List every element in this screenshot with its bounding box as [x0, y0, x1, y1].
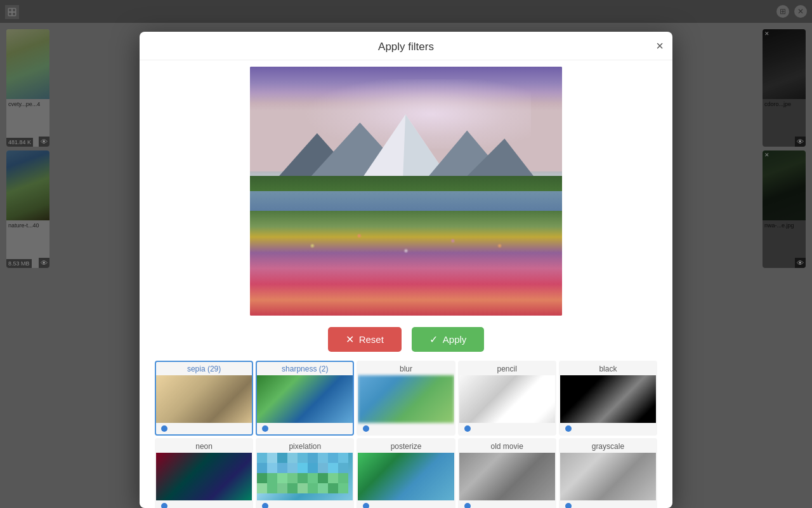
svg-rect-31: [277, 473, 287, 483]
svg-rect-44: [318, 483, 328, 493]
modal-close-button[interactable]: ×: [656, 39, 664, 52]
apply-filters-modal: Apply filters ×: [140, 32, 672, 508]
svg-rect-21: [267, 463, 277, 473]
svg-rect-45: [328, 483, 338, 493]
svg-rect-40: [277, 483, 287, 493]
svg-rect-30: [267, 473, 277, 483]
filter-oldmovie-thumb: [459, 453, 555, 500]
svg-rect-43: [308, 483, 318, 493]
svg-rect-22: [277, 463, 287, 473]
filter-posterize-thumb: [358, 453, 454, 500]
filter-grid: sepia (29) sharpness (2) blur: [152, 361, 660, 508]
filter-pixelation[interactable]: pixelation: [256, 438, 354, 508]
filter-pixelation-label: pixelation: [257, 439, 353, 453]
filter-sepia[interactable]: sepia (29): [155, 361, 253, 436]
svg-rect-39: [267, 483, 277, 493]
svg-rect-13: [277, 453, 287, 463]
svg-rect-15: [298, 453, 308, 463]
filter-sepia-thumb: [156, 375, 252, 423]
svg-rect-27: [328, 463, 338, 473]
filter-posterize-dot: [358, 500, 454, 508]
reset-icon: ✕: [346, 333, 354, 345]
filter-sharpness-thumb: [257, 375, 353, 423]
filter-oldmovie-dot: [459, 500, 555, 508]
filter-sharpness-label: sharpness (2): [257, 362, 353, 375]
reset-button[interactable]: ✕ Reset: [328, 327, 402, 352]
modal-overlay: Apply filters ×: [0, 0, 812, 508]
filter-neon-label: neon: [156, 439, 252, 453]
svg-rect-28: [338, 463, 348, 473]
filter-sharpness[interactable]: sharpness (2): [256, 361, 354, 436]
filter-black[interactable]: black: [559, 361, 657, 436]
filter-pencil-dot: [459, 423, 555, 434]
svg-rect-35: [318, 473, 328, 483]
svg-rect-29: [257, 473, 267, 483]
filter-black-dot: [560, 423, 656, 434]
modal-header: Apply filters ×: [140, 32, 672, 60]
filter-grayscale-label: grayscale: [560, 439, 656, 453]
filter-pencil-label: pencil: [459, 362, 555, 375]
filter-pencil-thumb: [459, 375, 555, 423]
filter-posterize-label: posterize: [358, 439, 454, 453]
svg-rect-14: [287, 453, 298, 463]
filter-old-movie[interactable]: old movie: [458, 438, 556, 508]
svg-rect-34: [308, 473, 318, 483]
svg-rect-18: [328, 453, 338, 463]
svg-rect-17: [318, 453, 328, 463]
svg-rect-16: [308, 453, 318, 463]
apply-button[interactable]: ✓ Apply: [412, 327, 485, 352]
filter-sepia-label: sepia (29): [156, 362, 252, 375]
filter-sepia-dot: [156, 423, 252, 434]
filter-neon[interactable]: neon: [155, 438, 253, 508]
svg-rect-19: [338, 453, 348, 463]
filter-blur[interactable]: blur: [357, 361, 455, 436]
filter-pencil[interactable]: pencil: [458, 361, 556, 436]
svg-rect-42: [298, 483, 308, 493]
filter-blur-label: blur: [358, 362, 454, 375]
svg-rect-41: [287, 483, 298, 493]
filter-pixelation-thumb: [257, 453, 353, 500]
svg-rect-38: [257, 483, 267, 493]
svg-rect-26: [318, 463, 328, 473]
filter-black-label: black: [560, 362, 656, 375]
filter-oldmovie-label: old movie: [459, 439, 555, 453]
filter-grayscale[interactable]: grayscale: [559, 438, 657, 508]
svg-rect-46: [338, 483, 348, 493]
svg-rect-32: [287, 473, 298, 483]
svg-rect-36: [328, 473, 338, 483]
filter-blur-dot: [358, 423, 454, 434]
filter-grayscale-dot: [560, 500, 656, 508]
preview-area: [152, 67, 660, 316]
svg-rect-24: [298, 463, 308, 473]
apply-label: Apply: [443, 334, 467, 345]
svg-rect-11: [257, 453, 267, 463]
svg-rect-33: [298, 473, 308, 483]
filter-blur-thumb: [358, 375, 454, 423]
preview-image: [250, 67, 562, 316]
svg-rect-23: [287, 463, 298, 473]
svg-rect-37: [338, 473, 348, 483]
svg-rect-25: [308, 463, 318, 473]
apply-icon: ✓: [429, 333, 438, 345]
filter-pixelation-dot: [257, 500, 353, 508]
reset-label: Reset: [359, 334, 384, 345]
filter-posterize[interactable]: posterize: [357, 438, 455, 508]
svg-rect-12: [267, 453, 277, 463]
filter-black-thumb: [560, 375, 656, 423]
filter-sharpness-dot: [257, 423, 353, 434]
modal-title: Apply filters: [378, 41, 434, 53]
filter-neon-dot: [156, 500, 252, 508]
modal-body: ✕ Reset ✓ Apply sepia (29) sharpne: [140, 60, 672, 508]
filter-neon-thumb: [156, 453, 252, 500]
action-buttons: ✕ Reset ✓ Apply: [152, 322, 660, 361]
svg-rect-20: [257, 463, 267, 473]
filter-grayscale-thumb: [560, 453, 656, 500]
